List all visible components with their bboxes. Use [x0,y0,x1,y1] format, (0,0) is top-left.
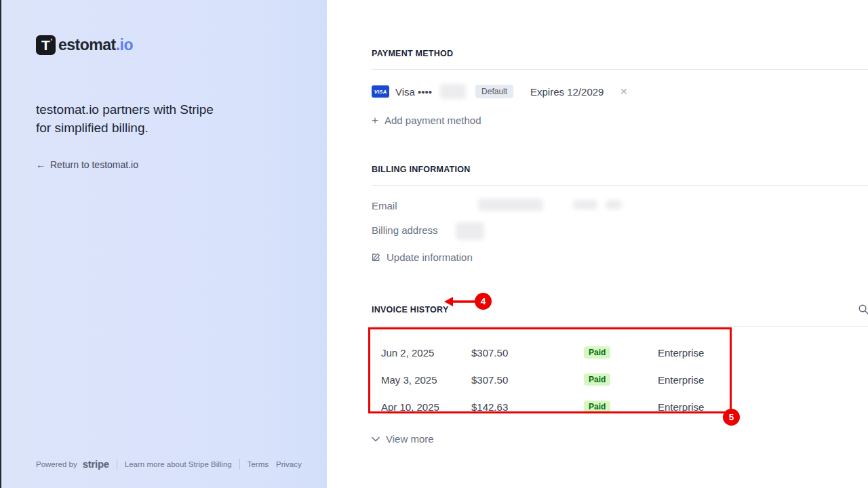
return-to-testomat-link[interactable]: ← Return to testomat.io [36,159,138,170]
testomat-logo: T ' estomat .io [36,35,300,55]
invoice-history-header: INVOICE HISTORY [372,304,868,315]
email-row: Email [372,200,868,211]
logo-tld: .io [116,36,133,54]
invoice-row[interactable]: May 3, 2025 $307.50 Paid Enterprise [372,366,735,393]
invoice-table: Jun 2, 2025 $307.50 Paid Enterprise May … [372,337,735,423]
testomat-logo-icon: T ' [36,35,56,55]
terms-link[interactable]: Terms [248,460,269,468]
powered-by-label: Powered by [36,460,77,468]
view-more-label: View more [386,433,434,445]
section-divider [372,69,868,70]
payment-method-row: VISA Visa •••• Default Expires 12/2029 ✕ [372,83,868,100]
invoice-status-badge: Paid [584,346,610,359]
billing-address-redacted [456,222,484,240]
invoice-amount: $307.50 [471,374,584,386]
invoice-row[interactable]: Apr 10, 2025 $142.63 Paid Enterprise [372,393,735,420]
invoice-search-button[interactable] [858,304,868,315]
page-title: testomat.io partners with Stripe for sim… [36,100,219,137]
visa-card-icon: VISA [372,85,389,98]
invoice-date: May 3, 2025 [381,374,471,386]
invoice-plan: Enterprise [658,401,735,413]
chevron-down-icon [372,436,380,442]
update-information-button[interactable]: Update information [372,251,473,263]
privacy-link[interactable]: Privacy [276,460,302,468]
section-divider [372,326,868,327]
invoice-history-section-title: INVOICE HISTORY [372,305,449,314]
invoice-date: Jun 2, 2025 [381,347,471,359]
logo-wordmark: estomat [58,36,116,54]
logo-tick: ' [50,37,52,45]
card-digits-redacted [440,84,466,99]
invoice-plan: Enterprise [658,374,735,386]
email-value-redacted [606,200,622,209]
stripe-logo[interactable]: stripe [83,458,109,470]
email-label: Email [372,200,478,211]
payment-method-section-title: PAYMENT METHOD [372,49,868,58]
default-badge: Default [475,85,513,98]
invoice-plan: Enterprise [658,347,735,359]
logo-letter: T [41,37,50,54]
card-label: Visa •••• [395,86,432,98]
sidebar: T ' estomat .io testomat.io partners wit… [0,0,327,488]
invoice-status-badge: Paid [584,401,610,413]
invoice-amount: $142.63 [471,401,584,413]
invoice-amount: $307.50 [471,347,584,359]
add-payment-method-button[interactable]: + Add payment method [372,115,481,126]
billing-address-row: Billing address [372,224,868,235]
search-icon [858,304,868,315]
window-edge [0,0,1,488]
section-divider [372,185,868,186]
sidebar-footer: Powered by stripe Learn more about Strip… [36,458,302,470]
plus-icon: + [372,115,378,126]
invoice-status-badge: Paid [584,373,610,386]
edit-pencil-icon [372,253,380,262]
footer-divider [239,459,240,470]
billing-main-panel: PAYMENT METHOD VISA Visa •••• Default Ex… [327,0,868,488]
email-value-redacted [478,199,543,211]
add-payment-label: Add payment method [384,115,481,126]
remove-card-icon[interactable]: ✕ [620,87,628,96]
update-information-label: Update information [387,251,473,263]
billing-information-section-title: BILLING INFORMATION [372,165,868,174]
view-more-button[interactable]: View more [372,433,434,445]
arrow-left-icon: ← [36,159,45,170]
invoice-date: Apr 10, 2025 [381,401,471,413]
email-value-redacted [573,200,597,209]
footer-divider [117,459,117,470]
learn-more-link[interactable]: Learn more about Stripe Billing [125,460,232,468]
invoice-row[interactable]: Jun 2, 2025 $307.50 Paid Enterprise [372,339,735,366]
card-expiry: Expires 12/2029 [530,86,604,98]
return-link-label: Return to testomat.io [50,159,138,170]
